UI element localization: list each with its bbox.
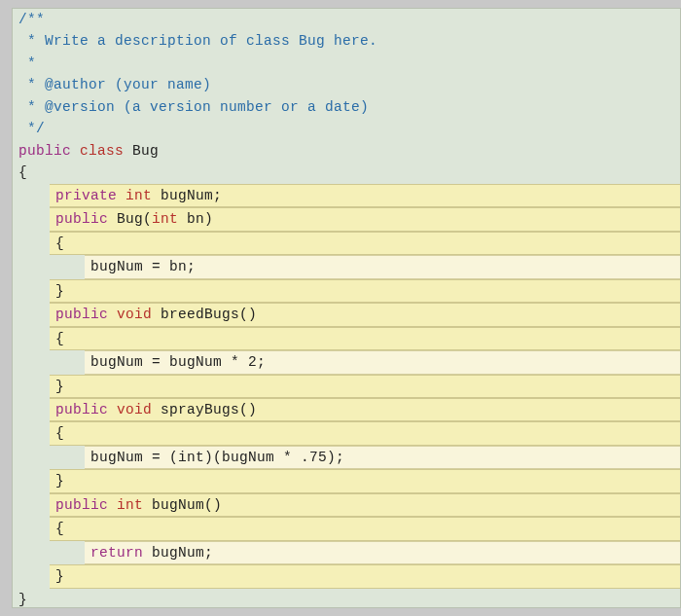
field-name: bugNum — [152, 188, 213, 203]
code-line: bugNum = bugNum * 2; — [85, 350, 680, 374]
comment-tag: * @version — [18, 99, 124, 115]
brace: } — [18, 592, 27, 607]
code-line: { — [50, 421, 680, 445]
code-line: public void breedBugs() — [50, 303, 680, 326]
brace: } — [55, 379, 64, 394]
code-line: * — [13, 53, 680, 74]
brace: } — [55, 473, 64, 489]
comment-text: * — [18, 55, 36, 71]
code-line: } — [50, 375, 680, 398]
type: void — [117, 402, 152, 417]
code-line: { — [50, 327, 680, 350]
keyword: public — [55, 211, 108, 227]
statement: bugNum; — [143, 545, 213, 561]
code-line: * @version (a version number or a date) — [13, 96, 680, 118]
code-line: public Bug(int bn) — [50, 207, 680, 231]
code-line: } — [13, 589, 680, 608]
brace: } — [55, 568, 64, 584]
semi: ; — [213, 188, 222, 203]
keyword: public — [55, 402, 108, 417]
code-line: public void sprayBugs() — [50, 398, 680, 421]
code-line: } — [50, 279, 680, 303]
comment-tag: * @author — [18, 77, 115, 92]
type: int — [117, 497, 143, 513]
comment-text: (your name) — [115, 77, 211, 92]
code-line: bugNum = bn; — [85, 255, 680, 278]
keyword: return — [90, 545, 143, 561]
keyword: public — [55, 497, 108, 513]
code-line: public int bugNum() — [50, 493, 680, 517]
brace: { — [55, 425, 64, 441]
param-name: bn) — [178, 211, 213, 227]
comment-text: /** — [18, 12, 45, 27]
code-line: private int bugNum; — [50, 184, 680, 207]
statement: bugNum = bn; — [90, 259, 196, 274]
ctor-name: Bug( — [108, 211, 152, 227]
code-line: { — [50, 232, 680, 255]
code-line: bugNum = (int)(bugNum * .75); — [85, 446, 680, 469]
comment-text: (a version number or a date) — [124, 99, 369, 115]
code-line: { — [13, 162, 680, 183]
method-name: bugNum() — [143, 497, 222, 513]
brace: { — [55, 521, 64, 536]
type: int — [125, 188, 152, 203]
code-line: * @author (your name) — [13, 74, 680, 95]
keyword: public — [18, 143, 71, 159]
code-editor[interactable]: /** * Write a description of class Bug h… — [12, 8, 681, 608]
statement: bugNum = bugNum * 2; — [90, 354, 266, 370]
code-line: * Write a description of class Bug here. — [13, 30, 680, 52]
brace: } — [55, 283, 64, 299]
code-line: public class Bug — [13, 140, 680, 162]
keyword: class — [80, 143, 124, 159]
code-line: } — [50, 469, 680, 492]
class-name: Bug — [124, 143, 159, 159]
brace: { — [55, 236, 64, 251]
comment-text: */ — [18, 121, 45, 136]
keyword: public — [55, 307, 108, 322]
code-line: */ — [13, 118, 680, 139]
code-line: return bugNum; — [85, 541, 680, 564]
keyword: private — [55, 188, 117, 203]
code-line: { — [50, 517, 680, 540]
comment-text: * Write a description of class Bug here. — [18, 33, 377, 49]
statement: bugNum = (int)(bugNum * .75); — [90, 450, 344, 465]
brace: { — [55, 331, 64, 346]
type: void — [117, 307, 152, 322]
code-line: /** — [13, 9, 680, 30]
code-line: } — [50, 564, 680, 588]
type: int — [152, 211, 178, 227]
method-name: sprayBugs() — [152, 402, 257, 417]
brace: { — [18, 164, 27, 180]
method-name: breedBugs() — [152, 307, 257, 322]
